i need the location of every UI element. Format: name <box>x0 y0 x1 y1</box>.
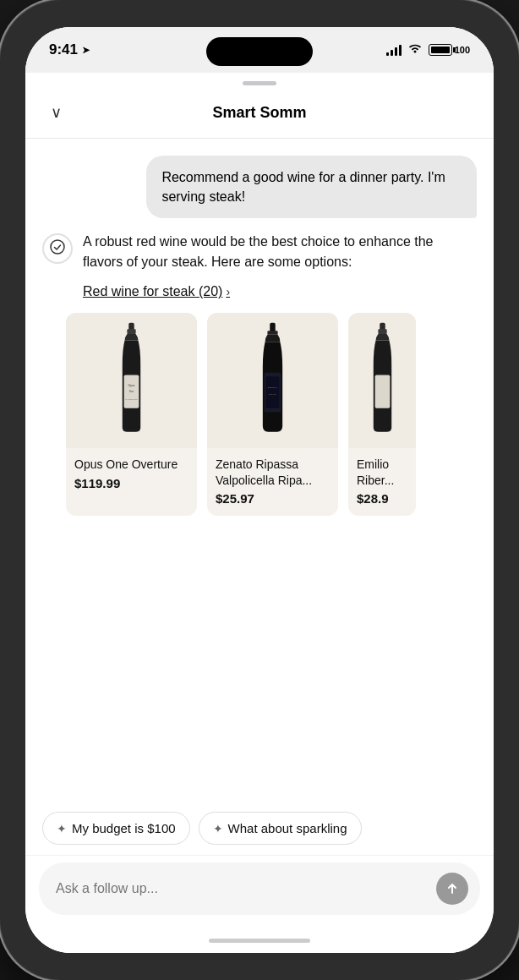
chat-area: Recommend a good wine for a dinner party… <box>25 139 494 803</box>
wine-name-3: Emilio Riber... <box>357 457 407 487</box>
battery-fill <box>431 47 450 53</box>
wine-card-2[interactable]: RIPASSA ZENATO Zenato Ripassa Valpolicel… <box>207 313 338 515</box>
battery-body <box>429 44 452 56</box>
wine-cards-container: Opus One OVERTURE Opus One Overture $119… <box>66 313 494 522</box>
wine-cards-scroll[interactable]: Opus One OVERTURE Opus One Overture $119… <box>66 313 494 522</box>
battery-indicator: 100 <box>429 44 470 56</box>
chip-budget[interactable]: ✦ My budget is $100 <box>42 812 190 845</box>
back-button[interactable]: ∨ <box>42 99 69 126</box>
time-display: 9:41 <box>49 41 78 58</box>
status-time: 9:41 ➤ <box>49 41 90 58</box>
wine-card-1[interactable]: Opus One OVERTURE Opus One Overture $119… <box>66 313 197 515</box>
signal-bars <box>386 44 402 56</box>
signal-bar-1 <box>386 52 389 56</box>
svg-rect-2 <box>127 330 135 335</box>
wine-card-image-2: RIPASSA ZENATO <box>207 313 338 448</box>
svg-rect-14 <box>378 330 386 335</box>
dynamic-island <box>206 37 313 66</box>
phone-screen: 9:41 ➤ <box>25 27 494 953</box>
location-icon: ➤ <box>82 45 90 56</box>
assistant-avatar <box>42 233 73 264</box>
wine-price-2: $25.97 <box>216 491 330 506</box>
wine-card-image-3 <box>348 313 416 448</box>
send-button[interactable] <box>436 873 468 905</box>
signal-bar-2 <box>391 50 393 56</box>
link-arrow-icon: › <box>226 285 230 298</box>
svg-text:ZENATO: ZENATO <box>269 393 276 396</box>
sparkle-icon-2: ✦ <box>213 822 223 835</box>
svg-text:One: One <box>129 390 134 393</box>
checkmark-icon <box>50 239 65 258</box>
wine-name-1: Opus One Overture <box>74 457 188 472</box>
status-bar-area: 9:41 ➤ <box>25 27 494 73</box>
wine-name-2: Zenato Ripassa Valpolicella Ripa... <box>216 457 330 487</box>
send-icon <box>445 882 459 895</box>
svg-text:OVERTURE: OVERTURE <box>125 399 138 402</box>
wine-price-3: $28.9 <box>357 491 407 506</box>
wine-card-image-1: Opus One OVERTURE <box>66 313 197 448</box>
chevron-down-icon: ∨ <box>51 103 62 122</box>
wifi-icon <box>408 43 422 57</box>
input-area <box>25 855 494 932</box>
wine-bottle-1: Opus One OVERTURE <box>108 321 155 440</box>
svg-point-0 <box>51 240 64 254</box>
app-header: ∨ Smart Somm <box>25 85 494 139</box>
signal-bar-3 <box>395 47 397 56</box>
svg-rect-8 <box>267 331 277 336</box>
status-icons: 100 <box>386 43 470 57</box>
assistant-text: A robust red wine would be the best choi… <box>83 232 477 272</box>
status-bar: 9:41 ➤ <box>25 27 494 73</box>
wine-link-text: Red wine for steak (20) <box>83 284 222 299</box>
app-content: ∨ Smart Somm Recommend a good wine for a… <box>25 73 494 953</box>
signal-bar-4 <box>399 45 402 56</box>
svg-text:RIPASSA: RIPASSA <box>268 387 277 390</box>
wine-card-info-2: Zenato Ripassa Valpolicella Ripa... $25.… <box>207 448 338 515</box>
wine-card-info-3: Emilio Riber... $28.9 <box>348 448 416 515</box>
svg-rect-15 <box>374 375 390 408</box>
home-indicator <box>209 939 310 943</box>
phone-frame: 9:41 ➤ <box>0 0 519 980</box>
chip-sparkling-label: What about sparkling <box>228 821 347 835</box>
sparkle-icon-1: ✦ <box>57 822 67 835</box>
assistant-message: A robust red wine would be the best choi… <box>42 232 477 522</box>
home-indicator-area <box>25 932 494 953</box>
user-message: Recommend a good wine for a dinner party… <box>42 156 477 218</box>
wine-bottle-2: RIPASSA ZENATO <box>249 321 296 440</box>
chip-budget-label: My budget is $100 <box>72 821 176 835</box>
chat-input[interactable] <box>56 881 428 896</box>
suggestion-chips: ✦ My budget is $100 ✦ What about sparkli… <box>25 803 494 855</box>
wine-price-1: $119.99 <box>74 476 188 490</box>
user-message-text: Recommend a good wine for a dinner party… <box>161 170 445 204</box>
svg-text:Opus: Opus <box>128 384 135 387</box>
chip-sparkling[interactable]: ✦ What about sparkling <box>199 812 362 845</box>
page-title: Smart Somm <box>69 104 450 122</box>
wine-link[interactable]: Red wine for steak (20) › <box>83 284 477 299</box>
wine-card-info-1: Opus One Overture $119.99 <box>66 448 197 500</box>
wine-bottle-3 <box>359 321 406 440</box>
input-row <box>39 862 480 915</box>
assistant-content: A robust red wine would be the best choi… <box>83 232 477 522</box>
wine-card-3[interactable]: Emilio Riber... $28.9 <box>348 313 416 515</box>
battery-label: 100 <box>455 45 470 55</box>
user-bubble: Recommend a good wine for a dinner party… <box>146 156 477 218</box>
